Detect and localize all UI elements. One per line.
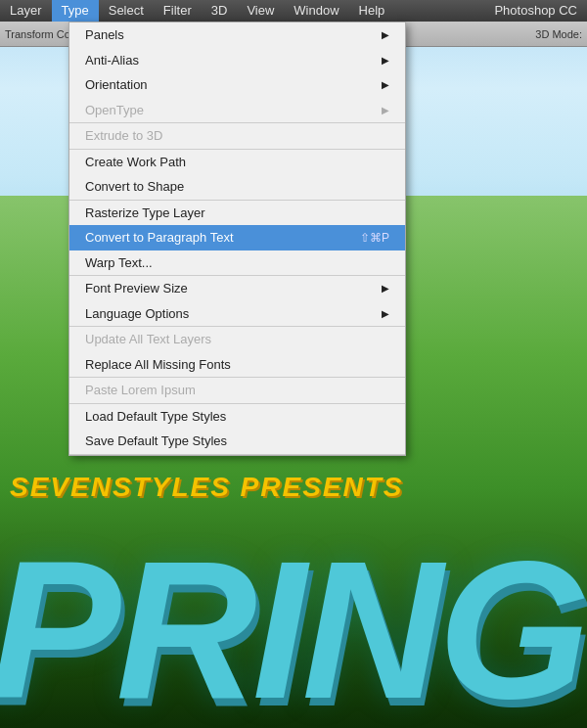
language-options-label: Language Options — [85, 304, 189, 324]
create-work-path-label: Create Work Path — [85, 153, 186, 172]
convert-paragraph-label: Convert to Paragraph Text — [85, 228, 234, 248]
language-options-arrow: ▶ — [382, 306, 389, 321]
opentype-label: OpenType — [85, 101, 144, 120]
menu-item-warp-text[interactable]: Warp Text... — [69, 250, 405, 276]
menu-view[interactable]: View — [237, 0, 284, 22]
sevenstyles-text: SEVENSTYLES PRESENTS — [10, 472, 404, 503]
update-all-label: Update All Text Layers — [85, 330, 211, 349]
orientation-arrow: ▶ — [382, 77, 389, 92]
anti-alias-arrow: ▶ — [382, 53, 389, 68]
panels-arrow: ▶ — [382, 27, 389, 42]
paste-lorem-label: Paste Lorem Ipsum — [85, 381, 196, 400]
menu-filter[interactable]: Filter — [154, 0, 202, 22]
menu-section-5: Font Preview Size ▶ Language Options ▶ — [69, 276, 405, 327]
menu-section-2: Extrude to 3D — [69, 123, 405, 150]
convert-to-shape-label: Convert to Shape — [85, 177, 184, 197]
menu-select[interactable]: Select — [99, 0, 154, 22]
menu-layer[interactable]: Layer — [0, 0, 52, 22]
spring-3d-text: PRING — [0, 532, 585, 728]
font-preview-arrow: ▶ — [382, 281, 389, 296]
menu-type[interactable]: Type — [52, 0, 99, 22]
menu-item-convert-to-shape[interactable]: Convert to Shape — [69, 174, 405, 200]
extrude-label: Extrude to 3D — [85, 126, 163, 146]
menu-item-update-all: Update All Text Layers — [69, 327, 405, 352]
menu-item-font-preview[interactable]: Font Preview Size ▶ — [69, 276, 405, 301]
menu-item-opentype: OpenType ▶ — [69, 98, 405, 123]
menu-help[interactable]: Help — [349, 0, 395, 22]
menu-item-load-default[interactable]: Load Default Type Styles — [69, 404, 405, 430]
anti-alias-label: Anti-Alias — [85, 51, 139, 70]
menu-item-language-options[interactable]: Language Options ▶ — [69, 301, 405, 327]
menubar: Layer Type Select Filter 3D View Window … — [0, 0, 587, 22]
menu-item-anti-alias[interactable]: Anti-Alias ▶ — [69, 48, 405, 73]
warp-text-label: Warp Text... — [85, 253, 153, 273]
replace-missing-label: Replace All Missing Fonts — [85, 355, 231, 375]
menu-item-panels[interactable]: Panels ▶ — [69, 23, 405, 48]
type-dropdown-menu: Panels ▶ Anti-Alias ▶ Orientation ▶ Open… — [68, 22, 406, 456]
font-preview-label: Font Preview Size — [85, 279, 188, 298]
menu-window[interactable]: Window — [284, 0, 348, 22]
menu-item-orientation[interactable]: Orientation ▶ — [69, 72, 405, 98]
load-default-label: Load Default Type Styles — [85, 407, 226, 427]
menu-section-6: Update All Text Layers Replace All Missi… — [69, 327, 405, 378]
rasterize-label: Rasterize Type Layer — [85, 204, 205, 223]
menu-item-convert-paragraph[interactable]: Convert to Paragraph Text ⇧⌘P — [69, 225, 405, 250]
menu-item-create-work-path[interactable]: Create Work Path — [69, 150, 405, 175]
menu-item-rasterize[interactable]: Rasterize Type Layer — [69, 201, 405, 226]
menu-section-4: Rasterize Type Layer Convert to Paragrap… — [69, 201, 405, 277]
menu-3d[interactable]: 3D — [202, 0, 238, 22]
orientation-label: Orientation — [85, 75, 148, 95]
3d-mode-label: 3D Mode: — [535, 28, 582, 40]
convert-paragraph-shortcut: ⇧⌘P — [360, 229, 389, 247]
menu-item-paste-lorem: Paste Lorem Ipsum — [69, 378, 405, 403]
menu-section-8: Load Default Type Styles Save Default Ty… — [69, 404, 405, 455]
menu-section-7: Paste Lorem Ipsum — [69, 378, 405, 404]
panels-label: Panels — [85, 25, 124, 45]
menu-section-1: Panels ▶ Anti-Alias ▶ Orientation ▶ Open… — [69, 23, 405, 123]
opentype-arrow: ▶ — [382, 103, 389, 117]
app-title: Photoshop CC — [484, 0, 587, 22]
save-default-label: Save Default Type Styles — [85, 432, 227, 451]
menu-item-extrude: Extrude to 3D — [69, 123, 405, 149]
menu-item-save-default[interactable]: Save Default Type Styles — [69, 429, 405, 454]
menu-section-3: Create Work Path Convert to Shape — [69, 150, 405, 201]
menu-item-replace-missing[interactable]: Replace All Missing Fonts — [69, 352, 405, 378]
